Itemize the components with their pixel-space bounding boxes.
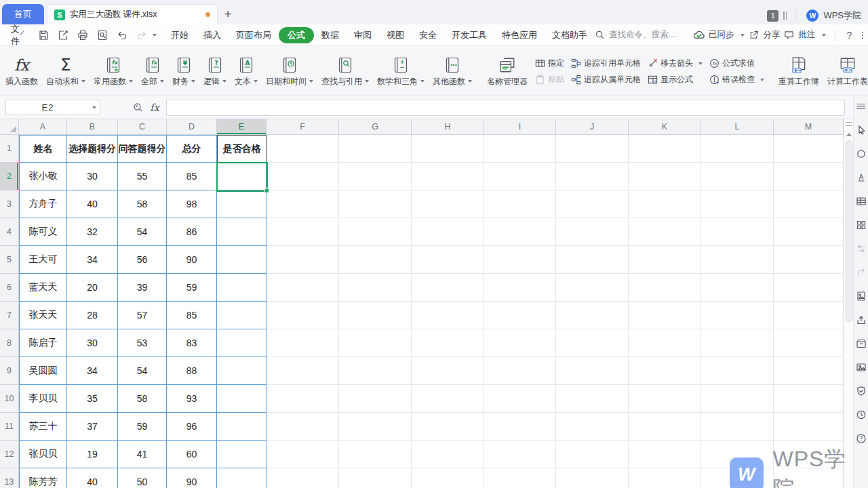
cell-C12[interactable]: 41 — [118, 441, 167, 468]
cell-A2[interactable]: 张小敬 — [19, 163, 67, 190]
ribbon-button-错误检查[interactable]: 错误检查 — [709, 74, 764, 85]
cell-J13[interactable] — [556, 468, 629, 488]
export-button[interactable] — [54, 27, 71, 43]
cell-E6[interactable] — [217, 274, 267, 302]
vertical-scrollbar[interactable] — [844, 119, 853, 488]
cell-L6[interactable] — [701, 274, 774, 302]
cell-I5[interactable] — [484, 246, 556, 274]
ribbon-button-数学和三角[interactable]: +−数学和三角 — [373, 48, 429, 95]
row-header-6[interactable]: 6 — [0, 274, 19, 302]
cell-A12[interactable]: 张贝贝 — [19, 441, 67, 468]
cell-E12[interactable] — [217, 441, 267, 468]
column-header-E[interactable]: E — [217, 119, 267, 135]
cell-C8[interactable]: 53 — [118, 329, 167, 357]
formula-input[interactable] — [166, 100, 845, 116]
cell-A9[interactable]: 吴圆圆 — [19, 357, 67, 385]
cell-C10[interactable]: 58 — [118, 385, 167, 413]
cell-M4[interactable] — [774, 218, 844, 246]
cell-A7[interactable]: 张天天 — [19, 302, 67, 329]
cell-G7[interactable] — [339, 302, 412, 329]
cell-F7[interactable] — [267, 302, 339, 329]
row-header-9[interactable]: 9 — [0, 357, 19, 385]
cell-C7[interactable]: 57 — [118, 302, 167, 329]
cell-C5[interactable]: 56 — [118, 246, 167, 274]
cell-G3[interactable] — [339, 190, 412, 218]
cell-G5[interactable] — [339, 246, 412, 274]
cell-H6[interactable] — [412, 274, 484, 302]
cell-F6[interactable] — [267, 274, 339, 302]
row-header-7[interactable]: 7 — [0, 302, 19, 329]
image-icon[interactable] — [856, 362, 867, 373]
cell-B9[interactable]: 34 — [67, 357, 118, 385]
ribbon-button-文本[interactable]: A文本 — [231, 48, 262, 95]
ribbon-button-重算工作簿[interactable]: 重算工作簿 — [774, 48, 823, 95]
archive-box-icon[interactable] — [856, 338, 867, 349]
apps-grid-icon[interactable] — [856, 220, 867, 230]
select-all-corner[interactable] — [0, 119, 19, 135]
ribbon-button-追踪引用单元格[interactable]: 追踪引用单元格 — [571, 58, 641, 69]
cell-C11[interactable]: 59 — [118, 413, 167, 441]
cell-B7[interactable]: 28 — [67, 302, 118, 329]
cell-H12[interactable] — [412, 441, 484, 468]
column-header-I[interactable]: I — [484, 119, 556, 135]
cell-H5[interactable] — [412, 246, 484, 274]
cell-L2[interactable] — [701, 163, 774, 190]
comment-dropdown-icon[interactable] — [822, 34, 826, 37]
home-tab[interactable]: 首页 — [2, 4, 44, 24]
cell-L8[interactable] — [701, 329, 774, 357]
cell-B5[interactable]: 34 — [67, 246, 118, 274]
new-tab-button[interactable]: + — [218, 4, 238, 24]
cell-L7[interactable] — [701, 302, 774, 329]
cell-B2[interactable]: 30 — [67, 163, 118, 190]
cell-J10[interactable] — [556, 385, 629, 413]
shield-check-icon[interactable] — [856, 386, 867, 396]
quick-access-more-icon[interactable] — [153, 34, 157, 37]
search-icon[interactable] — [595, 30, 605, 40]
cell-E10[interactable] — [217, 385, 267, 413]
column-header-A[interactable]: A — [19, 119, 67, 135]
cell-B11[interactable]: 37 — [67, 413, 118, 441]
magnifier-icon[interactable] — [133, 102, 143, 113]
cell-I13[interactable] — [484, 468, 556, 488]
cell-G13[interactable] — [339, 468, 412, 488]
cell-D2[interactable]: 85 — [167, 163, 217, 190]
shapes-icon[interactable] — [856, 148, 867, 159]
cell-K13[interactable] — [629, 468, 701, 488]
cell-I6[interactable] — [484, 274, 556, 302]
cell-I11[interactable] — [484, 413, 556, 441]
cell-D1[interactable]: 总分 — [167, 135, 217, 163]
redo-button[interactable] — [133, 27, 150, 43]
ribbon-button-其他函数[interactable]: …其他函数 — [429, 48, 476, 95]
cell-F9[interactable] — [267, 357, 339, 385]
ribbon-tab-开发工具[interactable]: 开发工具 — [444, 27, 494, 43]
cell-I12[interactable] — [484, 441, 556, 468]
ribbon-button-计算工作表[interactable]: 计算工作表 — [823, 48, 868, 95]
cell-L4[interactable] — [701, 218, 774, 246]
cell-H2[interactable] — [412, 163, 484, 190]
ribbon-tab-审阅[interactable]: 审阅 — [347, 27, 379, 43]
cell-B13[interactable]: 40 — [67, 468, 118, 488]
cell-I3[interactable] — [484, 190, 556, 218]
menu-icon[interactable] — [856, 101, 867, 112]
document-tab[interactable]: S 实用三大函数 课件.xlsx — [47, 4, 218, 24]
ribbon-tab-数据[interactable]: 数据 — [314, 27, 347, 43]
cell-K7[interactable] — [629, 302, 701, 329]
cell-J1[interactable] — [556, 135, 629, 163]
row-header-2[interactable]: 2 — [0, 163, 19, 190]
cell-D12[interactable]: 60 — [167, 441, 217, 468]
row-header-5[interactable]: 5 — [0, 246, 19, 274]
split-handle-icon[interactable] — [846, 122, 852, 126]
cell-J3[interactable] — [556, 190, 629, 218]
cell-K10[interactable] — [629, 385, 701, 413]
cell-G6[interactable] — [339, 274, 412, 302]
ribbon-button-插入函数[interactable]: fx插入函数 — [1, 48, 42, 95]
column-header-J[interactable]: J — [556, 119, 629, 135]
column-header-K[interactable]: K — [629, 119, 701, 135]
cell-G12[interactable] — [339, 441, 412, 468]
name-box[interactable]: E2 — [5, 100, 100, 115]
cell-C6[interactable]: 39 — [118, 274, 167, 302]
ribbon-tab-安全[interactable]: 安全 — [412, 27, 444, 43]
file-menu[interactable]: 文件 — [11, 23, 20, 47]
cell-G10[interactable] — [339, 385, 412, 413]
ribbon-tab-文档助手[interactable]: 文档助手 — [545, 27, 595, 43]
